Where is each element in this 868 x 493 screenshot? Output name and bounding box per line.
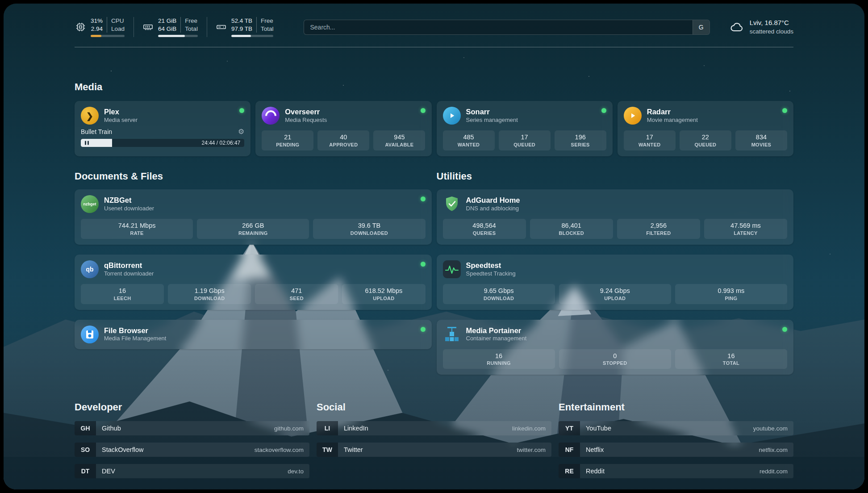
memory-icon [143,22,153,32]
weather-widget[interactable]: Lviv, 16.87°C scattered clouds [730,18,793,35]
qbittorrent-card[interactable]: qb qBittorrent Torrent downloader 16 LEE… [75,255,432,310]
stat-available: 945 AVAILABLE [373,130,425,150]
bookmark-abbr: TW [317,443,338,457]
memory-free-value: 21 GiB [158,17,176,25]
bookmarks-section: Developer GH Github github.com SO StackO… [75,401,793,485]
bookmark-stackoverflow[interactable]: SO StackOverflow stackoverflow.com [75,443,309,457]
portainer-card[interactable]: Media Portainer Container management 16 … [437,320,794,375]
service-subtitle: Movie management [647,117,698,124]
bookmark-youtube[interactable]: YT YouTube youtube.com [559,421,793,435]
weather-condition: scattered clouds [750,28,793,36]
stat-blocked: 86,401 BLOCKED [530,219,613,239]
section-title-documents: Documents & Files [75,171,432,182]
media-cards-row: ❯ Plex Media server Bullet Train ⚙ 24:44… [75,101,793,156]
bookmark-abbr: NF [559,443,580,457]
cloud-icon [730,20,744,34]
bookmark-dev[interactable]: DT DEV dev.to [75,464,309,478]
service-subtitle: Container management [466,335,527,343]
bookmark-domain: reddit.com [760,468,793,475]
pause-button[interactable] [85,141,89,145]
sonarr-card[interactable]: Sonarr Series management 485 WANTED 17 Q… [437,101,613,156]
service-name: NZBGet [104,196,154,205]
stat-leech: 16 LEECH [81,284,164,304]
stat-running: 16 RUNNING [443,349,555,369]
overseerr-card[interactable]: Overseerr Media Requests 21 PENDING 40 A… [255,101,431,156]
search-input[interactable] [304,20,692,34]
bookmark-name: DEV [96,468,115,475]
stat-wanted: 17 WANTED [624,130,676,150]
status-dot [782,108,787,113]
service-subtitle: Speedtest Tracking [466,270,516,278]
bookmark-domain: stackoverflow.com [255,447,309,453]
service-name: qBittorrent [104,261,154,270]
service-subtitle: Media Requests [285,117,327,124]
filebrowser-icon [81,326,99,343]
section-title-media: Media [75,81,793,93]
filebrowser-card[interactable]: File Browser Media File Management [75,320,432,349]
memory-usage-bar [158,35,198,37]
settings-gear-icon[interactable]: ⚙ [238,128,244,135]
disk-icon [216,22,226,32]
stat-stopped: 0 STOPPED [559,349,671,369]
radarr-card[interactable]: Radarr Movie management 17 WANTED 22 QUE… [618,101,793,156]
status-dot [782,327,787,332]
stat-queries: 498,564 QUERIES [443,219,526,239]
plex-card[interactable]: ❯ Plex Media server Bullet Train ⚙ 24:44… [75,101,250,156]
bookmark-name: Twitter [338,446,363,453]
radarr-icon [624,107,642,125]
bookmark-domain: netflix.com [759,447,793,453]
section-title-utilities: Utilities [437,171,794,182]
search-provider-button[interactable]: G [693,20,709,34]
nzbget-icon: nzbget [81,195,99,213]
section-title-entertainment: Entertainment [559,401,793,413]
stat-movies: 834 MOVIES [735,130,787,150]
status-dot [421,327,426,332]
bookmark-abbr: DT [75,464,96,478]
column-divider [107,17,107,33]
playback-progress-bar[interactable]: 24:44 / 02:06:47 [81,139,244,147]
stat-total: 16 TOTAL [675,349,787,369]
stat-queued: 22 QUEUED [680,130,731,150]
dashboard: 31% 2.94 CPU Load [4,4,864,489]
portainer-icon [443,326,461,343]
service-subtitle: Series management [466,117,518,124]
bookmark-domain: github.com [274,425,309,432]
qbittorrent-icon: qb [81,260,99,278]
service-name: File Browser [104,326,166,335]
bookmark-abbr: YT [559,421,580,435]
stat-ping: 0.993 ms PING [675,284,787,304]
adguard-card[interactable]: AdGuard Home DNS and adblocking 498,564 … [437,189,794,245]
status-dot [239,108,244,113]
service-name: Speedtest [466,261,516,270]
bookmark-twitter[interactable]: TW Twitter twitter.com [317,443,551,457]
bookmark-group-social: Social LI LinkedIn linkedin.com TW Twitt… [317,401,551,485]
nzbget-card[interactable]: nzbget NZBGet Usenet downloader 744.21 M… [75,189,432,245]
cpu-load-value: 2.94 [91,25,103,33]
bookmark-group-entertainment: Entertainment YT YouTube youtube.com NF … [559,401,793,485]
status-dot [601,108,606,113]
bookmark-domain: youtube.com [753,425,793,432]
bookmark-reddit[interactable]: RE Reddit reddit.com [559,464,793,478]
cpu-widget: 31% 2.94 CPU Load [75,17,134,37]
bookmark-github[interactable]: GH Github github.com [75,421,309,435]
service-name: AdGuard Home [466,196,520,205]
bookmark-domain: twitter.com [517,447,551,453]
bookmark-name: StackOverflow [96,446,143,453]
speedtest-card[interactable]: Speedtest Speedtest Tracking 9.65 Gbps D… [437,255,794,310]
bookmark-name: Netflix [580,446,604,453]
bookmark-name: Github [96,425,121,432]
service-subtitle: Media File Management [104,335,166,343]
stat-upload: 9.24 Gbps UPLOAD [559,284,671,304]
bookmark-domain: dev.to [288,468,309,475]
stat-downloaded: 39.6 TB DOWNLOADED [313,219,425,239]
disk-widget: 52.4 TB 97.9 TB Free Total [207,17,283,37]
bookmark-abbr: RE [559,464,580,478]
playback-time: 24:44 / 02:06:47 [202,139,241,147]
bookmark-netflix[interactable]: NF Netflix netflix.com [559,443,793,457]
sonarr-icon [443,107,461,125]
bookmark-linkedin[interactable]: LI LinkedIn linkedin.com [317,421,551,435]
bookmark-group-developer: Developer GH Github github.com SO StackO… [75,401,309,485]
now-playing-title: Bullet Train [81,128,112,135]
column-divider [256,17,257,33]
section-title-social: Social [317,401,551,413]
